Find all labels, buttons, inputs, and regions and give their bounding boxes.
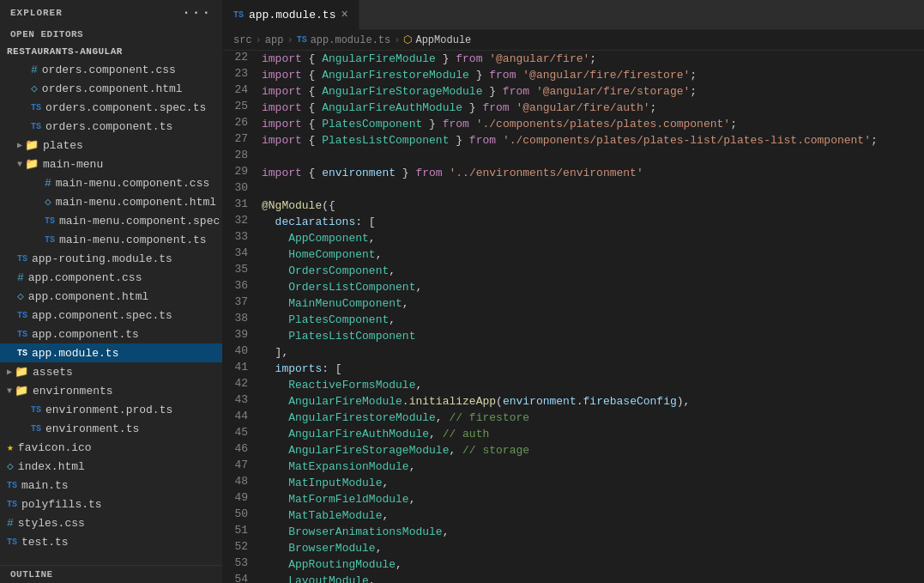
line-number: 30 [223, 181, 262, 194]
ts-icon: TS [17, 349, 27, 358]
file-item-env-ts[interactable]: TS environment.ts [0, 419, 222, 438]
file-label: app.component.html [28, 290, 148, 303]
file-label: polyfills.ts [21, 498, 102, 511]
file-item-main-menu-html[interactable]: ◇ main-menu.component.html [0, 192, 222, 211]
line-number: 39 [223, 328, 262, 341]
file-label: main-menu.component.html [56, 196, 216, 209]
code-line-48: 48 MatInputModule, [223, 475, 924, 491]
line-content: import { environment } from '../environm… [262, 165, 643, 181]
file-item-polyfills[interactable]: TS polyfills.ts [0, 495, 222, 513]
css-icon: # [17, 271, 24, 284]
code-line-40: 40 ], [223, 344, 924, 361]
file-label: main-menu.component.ts [59, 234, 207, 246]
line-content: import { AngularFireAuthModule } from '@… [262, 100, 656, 116]
line-content: LayoutModule, [262, 573, 376, 583]
line-number: 51 [223, 524, 262, 537]
line-content: PlatesListComponent [262, 328, 415, 344]
line-content: AngularFirestoreModule, // firestore [262, 410, 529, 426]
line-content: declarations: [ [262, 214, 376, 230]
file-item-app-module[interactable]: TS app.module.ts [0, 343, 222, 362]
line-content: ], [262, 344, 288, 361]
sidebar-menu-dots[interactable]: ··· [182, 5, 212, 21]
code-line-22: 22 import { AngularFireModule } from '@a… [223, 51, 924, 67]
file-item-main-ts[interactable]: TS main.ts [0, 476, 222, 495]
file-item-styles-css[interactable]: # styles.css [0, 513, 222, 532]
ts-icon: TS [7, 500, 17, 509]
project-section[interactable]: Restaurants-Angular [0, 43, 222, 60]
line-number: 27 [223, 132, 262, 145]
code-line-27: 27 import { PlatesListComponent } from '… [223, 132, 924, 149]
chevron-down-icon: ▼ [17, 160, 22, 169]
file-label: app.module.ts [32, 347, 118, 360]
folder-icon: 📁 [25, 138, 39, 152]
code-line-25: 25 import { AngularFireAuthModule } from… [223, 100, 924, 116]
ts-icon: TS [7, 537, 17, 547]
file-label: orders.component.spec.ts [45, 101, 206, 114]
breadcrumb-app[interactable]: app [265, 34, 284, 46]
file-item-app-spec[interactable]: TS app.component.spec.ts [0, 306, 222, 325]
line-number: 33 [223, 230, 262, 243]
file-item-app-html[interactable]: ◇ app.component.html [0, 287, 222, 306]
file-item-app-ts[interactable]: TS app.component.ts [0, 325, 222, 343]
breadcrumb-module[interactable]: AppModule [415, 34, 471, 46]
line-content: OrdersListComponent, [262, 279, 422, 295]
code-line-52: 52 BrowserModule, [223, 540, 924, 556]
line-number: 41 [223, 361, 262, 373]
folder-label: assets [33, 366, 73, 379]
line-content: BrowserAnimationsModule, [262, 524, 449, 540]
line-number: 29 [223, 165, 262, 178]
file-item-orders-html[interactable]: ◇ orders.component.html [0, 79, 222, 98]
file-label: app.component.ts [32, 328, 139, 341]
line-number: 45 [223, 426, 262, 439]
file-item-favicon[interactable]: ★ favicon.ico [0, 438, 222, 457]
file-item-main-menu-spec[interactable]: TS main-menu.component.spec.ts [0, 211, 222, 230]
code-line-38: 38 PlatesComponent, [223, 312, 924, 328]
chevron-right-icon: ▶ [17, 140, 22, 150]
ts-icon: TS [31, 122, 41, 131]
file-item-env-prod[interactable]: TS environment.prod.ts [0, 400, 222, 419]
file-item-orders-ts[interactable]: TS orders.component.ts [0, 117, 222, 136]
file-item-app-routing[interactable]: TS app-routing.module.ts [0, 249, 222, 268]
code-line-31: 31 @NgModule({ [223, 197, 924, 214]
line-number: 50 [223, 507, 262, 520]
line-content: MatInputModule, [262, 475, 389, 491]
line-content: MatTableModule, [262, 507, 389, 524]
file-label: index.html [18, 460, 85, 473]
folder-environments[interactable]: ▼ 📁 environments [0, 381, 222, 400]
file-item-test-ts[interactable]: TS test.ts [0, 532, 222, 551]
tab-close-button[interactable]: × [341, 8, 347, 21]
sidebar: Explorer ··· Open Editors Restaurants-An… [0, 0, 223, 583]
file-item-main-menu-ts[interactable]: TS main-menu.component.ts [0, 230, 222, 249]
line-number: 53 [223, 556, 262, 569]
code-line-29: 29 import { environment } from '../envir… [223, 165, 924, 181]
breadcrumb-src[interactable]: src [233, 34, 252, 46]
file-item-app-css[interactable]: # app.component.css [0, 268, 222, 287]
file-item-main-menu-css[interactable]: # main-menu.component.css [0, 173, 222, 192]
code-line-23: 23 import { AngularFirestoreModule } fro… [223, 67, 924, 83]
file-item-orders-css[interactable]: # orders.component.css [0, 60, 222, 79]
file-item-index-html[interactable]: ◇ index.html [0, 457, 222, 476]
line-number: 47 [223, 459, 262, 471]
breadcrumb-sep3: › [394, 34, 400, 46]
code-line-41: 41 imports: [ [223, 361, 924, 377]
code-line-46: 46 AngularFireStorageModule, // storage [223, 442, 924, 459]
breadcrumb-file[interactable]: app.module.ts [311, 34, 391, 46]
code-line-36: 36 OrdersListComponent, [223, 279, 924, 295]
file-item-orders-spec[interactable]: TS orders.component.spec.ts [0, 98, 222, 117]
file-label: app.component.css [28, 271, 142, 284]
line-number: 22 [223, 51, 262, 64]
folder-plates[interactable]: ▶ 📁 plates [0, 136, 222, 155]
ts-icon: TS [17, 254, 27, 264]
line-content: MatFormFieldModule, [262, 491, 415, 507]
folder-icon: 📁 [15, 365, 28, 379]
file-label: main-menu.component.spec.ts [59, 215, 222, 228]
code-line-35: 35 OrdersComponent, [223, 263, 924, 279]
folder-main-menu[interactable]: ▼ 📁 main-menu [0, 155, 222, 173]
active-tab[interactable]: TS app.module.ts × [223, 0, 359, 30]
line-content: AngularFireStorageModule, // storage [262, 442, 529, 459]
star-icon: ★ [7, 440, 14, 454]
folder-assets[interactable]: ▶ 📁 assets [0, 362, 222, 381]
file-label: favicon.ico [18, 441, 92, 454]
line-number: 43 [223, 393, 262, 406]
code-area[interactable]: 22 import { AngularFireModule } from '@a… [223, 51, 924, 583]
